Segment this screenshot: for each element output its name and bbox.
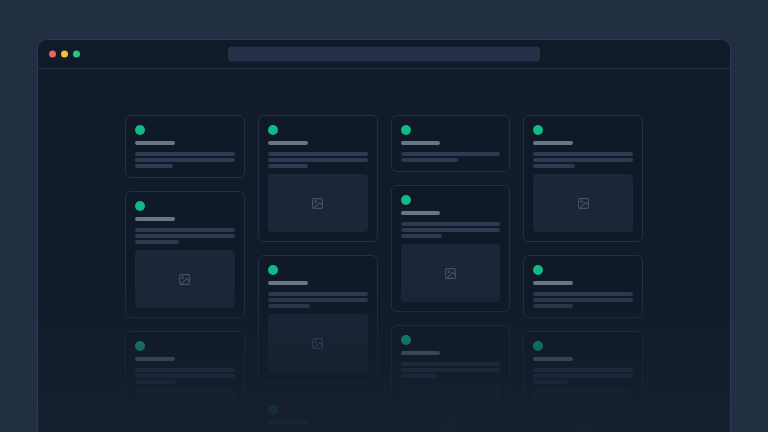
text-placeholder-line (135, 240, 179, 244)
text-placeholder-block (135, 228, 235, 244)
feed-card[interactable] (391, 185, 511, 312)
image-placeholder (135, 390, 235, 432)
feed-card[interactable] (125, 191, 245, 318)
text-placeholder-block (533, 368, 633, 384)
image-placeholder (268, 314, 368, 372)
text-placeholder-line (533, 368, 633, 372)
desktop-background (0, 0, 768, 432)
text-placeholder-line (401, 234, 443, 238)
feed-card[interactable] (258, 115, 378, 242)
text-placeholder-line (401, 222, 501, 226)
text-placeholder-line (533, 158, 633, 162)
browser-window (37, 39, 731, 432)
text-placeholder-block (401, 152, 501, 162)
text-placeholder-line (135, 380, 177, 384)
minimize-button[interactable] (61, 51, 68, 58)
feed-card[interactable] (391, 325, 511, 432)
feed-card[interactable] (125, 115, 245, 178)
image-placeholder (268, 174, 368, 232)
status-indicator-dot (268, 125, 278, 135)
text-placeholder-line (135, 228, 235, 232)
text-placeholder-block (401, 222, 501, 238)
status-indicator-dot (533, 341, 543, 351)
text-placeholder-line (533, 374, 633, 378)
masonry-column-4 (523, 115, 643, 432)
title-placeholder-line (268, 421, 308, 425)
status-indicator-dot (135, 201, 145, 211)
text-placeholder-line (401, 374, 439, 378)
text-placeholder-line (533, 292, 633, 296)
image-icon (178, 429, 191, 432)
image-icon (577, 197, 590, 210)
text-placeholder-line (268, 152, 368, 156)
masonry-column-1 (125, 115, 245, 432)
text-placeholder-line (401, 368, 501, 372)
title-placeholder-line (533, 281, 573, 285)
text-placeholder-line (268, 164, 308, 168)
feed-card[interactable] (523, 255, 643, 318)
text-placeholder-line (533, 152, 633, 156)
feed-card[interactable] (523, 331, 643, 432)
text-placeholder-line (401, 158, 459, 162)
masonry-column-3 (391, 115, 511, 432)
text-placeholder-block (268, 152, 368, 168)
title-placeholder-line (533, 141, 573, 145)
text-placeholder-block (268, 292, 368, 308)
text-placeholder-line (135, 234, 235, 238)
title-placeholder-line (533, 357, 573, 361)
feed-card[interactable] (523, 115, 643, 242)
text-placeholder-line (533, 164, 575, 168)
image-icon (577, 426, 590, 432)
title-placeholder-line (401, 351, 441, 355)
status-indicator-dot (401, 195, 411, 205)
image-placeholder (401, 244, 501, 302)
text-placeholder-line (268, 304, 310, 308)
image-placeholder (401, 384, 501, 432)
address-bar[interactable] (228, 47, 540, 62)
image-placeholder (533, 174, 633, 232)
text-placeholder-line (135, 374, 235, 378)
image-placeholder (135, 250, 235, 308)
status-indicator-dot (268, 405, 278, 415)
status-indicator-dot (135, 125, 145, 135)
text-placeholder-line (135, 164, 173, 168)
text-placeholder-line (533, 380, 568, 384)
text-placeholder-line (533, 298, 633, 302)
image-icon (444, 267, 457, 280)
text-placeholder-block (135, 152, 235, 168)
title-placeholder-line (401, 211, 441, 215)
title-placeholder-line (401, 141, 441, 145)
window-controls (49, 51, 80, 58)
title-placeholder-line (135, 357, 175, 361)
status-indicator-dot (135, 341, 145, 351)
text-placeholder-line (268, 158, 368, 162)
text-placeholder-line (401, 152, 501, 156)
close-button[interactable] (49, 51, 56, 58)
status-indicator-dot (401, 125, 411, 135)
text-placeholder-block (533, 152, 633, 168)
image-icon (311, 337, 324, 350)
text-placeholder-line (401, 228, 501, 232)
image-placeholder (533, 390, 633, 432)
feed-card[interactable] (258, 395, 378, 432)
text-placeholder-block (135, 368, 235, 384)
feed-card[interactable] (258, 255, 378, 382)
text-placeholder-block (533, 292, 633, 308)
maximize-button[interactable] (73, 51, 80, 58)
text-placeholder-line (135, 152, 235, 156)
text-placeholder-line (135, 158, 235, 162)
text-placeholder-line (533, 304, 573, 308)
title-placeholder-line (268, 281, 308, 285)
feed-card[interactable] (391, 115, 511, 172)
card-grid (125, 115, 643, 432)
text-placeholder-line (401, 362, 501, 366)
text-placeholder-line (268, 298, 368, 302)
title-placeholder-line (135, 141, 175, 145)
image-icon (444, 420, 457, 432)
browser-titlebar (38, 40, 730, 69)
text-placeholder-block (401, 362, 501, 378)
feed-card[interactable] (125, 331, 245, 432)
title-placeholder-line (268, 141, 308, 145)
image-icon (178, 273, 191, 286)
status-indicator-dot (533, 265, 543, 275)
